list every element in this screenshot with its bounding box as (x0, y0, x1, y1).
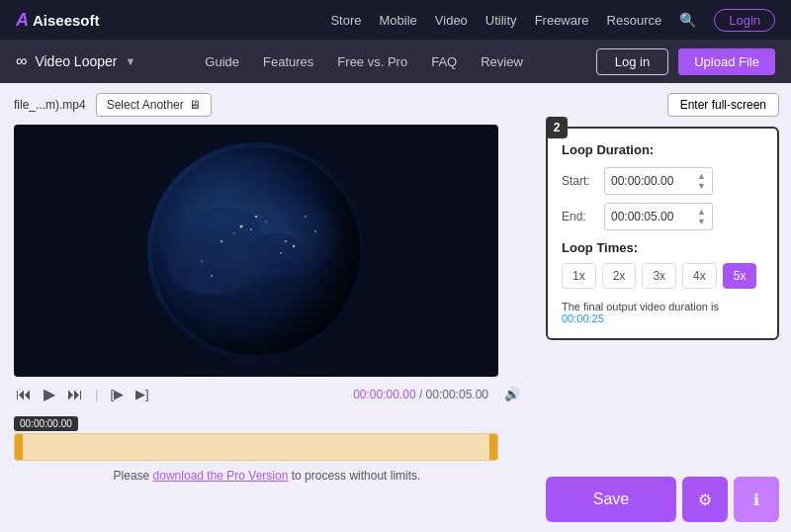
svg-point-8 (285, 240, 287, 242)
svg-point-1 (248, 233, 304, 269)
timeline-fill (23, 434, 489, 460)
loop-btn-5x[interactable]: 5x (723, 263, 757, 289)
nav-utility[interactable]: Utility (485, 13, 517, 28)
pro-suffix: to process without limits. (288, 469, 420, 483)
save-button[interactable]: Save (546, 477, 676, 522)
output-duration: The final output video duration is 00:00… (562, 301, 763, 324)
settings-button[interactable]: ⚙ (682, 477, 728, 522)
time-separator: / (419, 388, 422, 401)
loop-times-label: Loop Times: (562, 240, 763, 255)
divider: | (95, 387, 98, 401)
end-time-input[interactable]: 00:00:05.00 ▲▼ (604, 203, 713, 230)
output-text: The final output video duration is (562, 301, 719, 312)
loop-btn-3x[interactable]: 3x (642, 263, 676, 289)
select-another-label: Select Another (107, 98, 184, 112)
dropdown-icon[interactable]: ▼ (125, 55, 135, 67)
time-display: 00:00:00.00 / 00:00:05.00 (353, 388, 488, 401)
pro-link[interactable]: download the Pro Version (153, 469, 289, 483)
loop-btn-4x[interactable]: 4x (682, 263, 717, 289)
start-time-spinner[interactable]: ▲▼ (697, 171, 706, 191)
end-time-row: End: 00:00:05.00 ▲▼ (562, 203, 763, 230)
loop-btn-1x[interactable]: 1x (562, 263, 596, 289)
video-player (14, 125, 498, 377)
upload-file-button[interactable]: Upload File (678, 48, 775, 75)
svg-point-12 (314, 230, 316, 232)
end-time-value: 00:00:05.00 (611, 210, 673, 223)
file-bar: file_...m).mp4 Select Another 🖥 (14, 93, 520, 117)
loop-end-button[interactable]: ▶] (133, 385, 151, 403)
volume-icon[interactable]: 🔊 (504, 387, 520, 401)
end-label: End: (562, 210, 596, 223)
timeline-bar[interactable] (14, 433, 498, 461)
loop-times-buttons: 1x 2x 3x 4x 5x (562, 263, 763, 289)
nav-video[interactable]: Video (435, 13, 468, 28)
nav-free-vs-pro[interactable]: Free vs. Pro (337, 54, 407, 69)
panel-number: 2 (546, 117, 568, 138)
info-button[interactable]: ℹ (734, 477, 779, 522)
timeline-handle-left[interactable] (15, 434, 23, 460)
svg-point-13 (305, 216, 307, 218)
start-label: Start: (562, 174, 596, 188)
video-thumbnail (147, 142, 365, 360)
nav-freeware[interactable]: Freeware (535, 13, 589, 28)
fullscreen-button[interactable]: Enter full-screen (667, 93, 779, 117)
file-name: file_...m).mp4 (14, 98, 86, 112)
svg-point-6 (233, 232, 235, 234)
loop-settings-panel: 2 Loop Duration: Start: 00:00:00.00 ▲▼ E… (546, 127, 779, 340)
svg-point-7 (220, 239, 223, 242)
nav-mobile[interactable]: Mobile (380, 13, 417, 28)
pro-prefix: Please (114, 469, 153, 483)
logo-text: Aiseesoft (33, 12, 100, 29)
fast-forward-button[interactable]: ⏭ (65, 384, 85, 405)
logo-icon: A (16, 10, 29, 31)
svg-point-4 (240, 224, 243, 227)
top-login-button[interactable]: Login (714, 9, 775, 32)
start-time-input[interactable]: 00:00:00.00 ▲▼ (604, 167, 713, 195)
earth-lights (147, 142, 365, 360)
svg-point-2 (187, 267, 226, 295)
rewind-button[interactable]: ⏮ (14, 384, 34, 405)
svg-point-3 (288, 210, 323, 233)
end-time-spinner[interactable]: ▲▼ (697, 207, 706, 226)
nav-resource[interactable]: Resource (607, 13, 662, 28)
second-nav-actions: Log in Upload File (596, 48, 775, 75)
loop-duration-label: Loop Duration: (562, 142, 763, 157)
loop-btn-2x[interactable]: 2x (602, 263, 637, 289)
start-time-value: 00:00:00.00 (611, 174, 673, 188)
monitor-icon: 🖥 (189, 98, 201, 112)
start-time-row: Start: 00:00:00.00 ▲▼ (562, 167, 763, 195)
second-login-button[interactable]: Log in (596, 48, 668, 75)
top-nav-links: Store Mobile Video Utility Freeware Reso… (330, 9, 775, 32)
nav-review[interactable]: Review (481, 54, 523, 69)
nav-store[interactable]: Store (330, 13, 361, 28)
search-icon[interactable]: 🔍 (679, 12, 696, 28)
left-panel: file_...m).mp4 Select Another 🖥 (0, 83, 534, 532)
nav-features[interactable]: Features (263, 54, 313, 69)
time-label: 00:00:00.00 (14, 416, 78, 431)
tool-name: ∞ Video Looper ▼ (16, 52, 135, 70)
timeline-area: 00:00:00.00 (14, 413, 520, 461)
output-duration-value: 00:00:25 (562, 312, 604, 324)
svg-point-11 (211, 274, 213, 276)
timeline-handle-right[interactable] (489, 434, 497, 460)
save-bar: Save ⚙ ℹ (546, 477, 779, 522)
logo: A Aiseesoft (16, 10, 100, 31)
nav-guide[interactable]: Guide (205, 54, 239, 69)
main-content: file_...m).mp4 Select Another 🖥 (0, 83, 791, 532)
select-another-button[interactable]: Select Another 🖥 (96, 93, 212, 117)
second-navbar: ∞ Video Looper ▼ Guide Features Free vs.… (0, 40, 791, 83)
video-controls: ⏮ ▶ ⏭ | [▶ ▶] 00:00:00.00 / 00:00:05.00 … (14, 377, 520, 411)
svg-point-10 (280, 252, 282, 254)
current-time: 00:00:00.00 (353, 388, 415, 401)
nav-faq[interactable]: FAQ (431, 54, 457, 69)
total-time: 00:00:05.00 (426, 388, 488, 401)
top-navbar: A Aiseesoft Store Mobile Video Utility F… (0, 0, 791, 40)
second-nav-links: Guide Features Free vs. Pro FAQ Review (205, 54, 522, 69)
loop-start-button[interactable]: [▶ (108, 385, 126, 403)
svg-point-14 (255, 215, 257, 217)
svg-point-0 (192, 207, 261, 256)
play-button[interactable]: ▶ (42, 383, 57, 405)
loop-icon: ∞ (16, 52, 27, 70)
tool-name-label: Video Looper (35, 53, 117, 69)
svg-point-5 (250, 228, 252, 230)
